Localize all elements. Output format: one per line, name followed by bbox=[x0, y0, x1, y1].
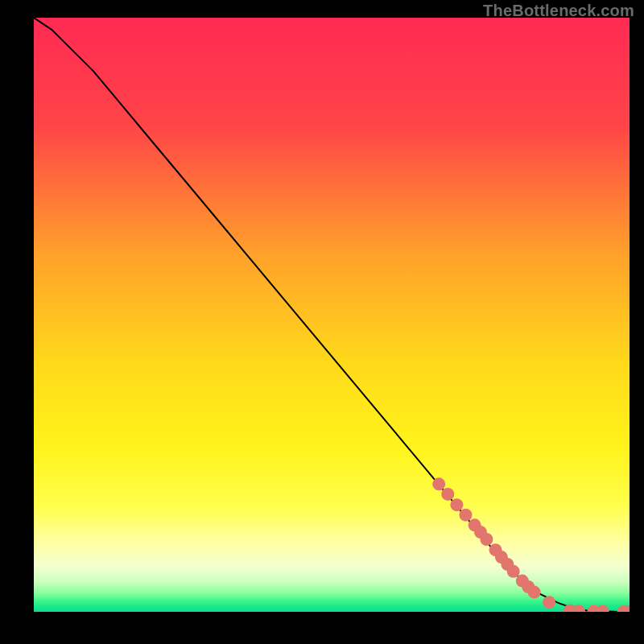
plot-area bbox=[34, 18, 630, 612]
highlight-dot bbox=[528, 586, 541, 599]
highlight-dot bbox=[450, 498, 463, 511]
highlight-dot bbox=[432, 477, 445, 490]
highlight-dot bbox=[480, 533, 493, 546]
highlight-dot bbox=[460, 509, 473, 522]
highlight-dot bbox=[543, 596, 555, 609]
chart-svg bbox=[34, 18, 630, 612]
highlight-dot bbox=[441, 488, 454, 501]
highlight-dot bbox=[507, 565, 520, 578]
chart-frame: TheBottleneck.com bbox=[0, 0, 644, 644]
